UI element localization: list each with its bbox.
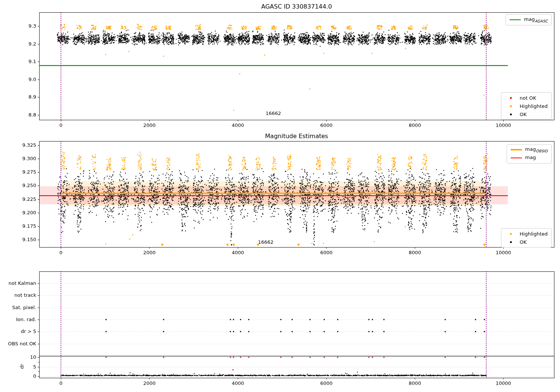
legend-mag-lines: magOBSID mag: [507, 144, 552, 164]
legend-entry-ok: OK: [505, 111, 548, 118]
x-tick-label: 10000: [496, 250, 511, 255]
legend-entry-mag-obsid: magOBSID: [511, 146, 548, 153]
legend-mag-agasc: magAGASC: [505, 14, 552, 25]
y-tick-label: Ion. rad.: [0, 317, 36, 322]
mag-obsid-line-sample: [511, 149, 522, 150]
y-tick-label: 9.225: [0, 196, 36, 202]
legend-entry-mag-agasc: magAGASC: [510, 16, 548, 23]
legend-label-mag-agasc: magAGASC: [524, 16, 548, 23]
x-tick-label: 0: [59, 250, 62, 255]
y-tick-label: 5: [0, 364, 36, 370]
y-tick-label: not Kalman: [0, 280, 36, 286]
legend-entry-not-ok: not OK: [505, 94, 548, 101]
y-tick-label: 9.275: [0, 169, 36, 175]
legend-label-ok-mid: OK: [520, 239, 527, 245]
legend-label-mag: mag: [525, 155, 536, 161]
legend-label-highlighted-mid: Highlighted: [520, 231, 548, 237]
x-tick-label: 4000: [232, 380, 244, 386]
legend-entry-ok-mid: OK: [505, 239, 548, 245]
obsid-annotation-top: 16662: [265, 111, 281, 116]
y-tick-label: 10: [0, 354, 36, 360]
y-tick-label: Sat. pixel.: [0, 305, 36, 310]
y-tick-label: 9.1: [0, 59, 36, 64]
legend-label-ok: OK: [520, 112, 527, 117]
x-tick-label: 6000: [320, 250, 333, 255]
x-tick-label: 0: [59, 122, 62, 128]
x-tick-label: 0: [59, 380, 62, 386]
y-tick-label: 8.9: [0, 94, 36, 100]
legend-label-not-ok: not OK: [520, 95, 536, 101]
y-tick-label: 9.2: [0, 41, 36, 47]
legend-entry-highlighted: Highlighted: [505, 103, 548, 109]
ok-dot-sample-mid: [510, 241, 512, 243]
x-tick-label: 6000: [320, 122, 333, 128]
y-tick-label: 0: [0, 373, 36, 379]
y-tick-label: 9.300: [0, 156, 36, 161]
x-tick-label: 2000: [143, 122, 156, 128]
ok-dot-sample: [510, 113, 512, 115]
y-tick-label: 9.250: [0, 183, 36, 188]
x-tick-label: 6000: [320, 380, 333, 386]
highlighted-dot-sample-mid: [510, 233, 512, 235]
x-tick-label: 8000: [409, 380, 421, 386]
x-tick-label: 2000: [143, 250, 156, 255]
x-tick-label: 10000: [496, 380, 511, 386]
x-tick-label: 8000: [409, 122, 421, 128]
y-tick-label: 9.200: [0, 210, 36, 215]
x-tick-label: 2000: [143, 380, 156, 386]
mag-agasc-line-sample: [510, 19, 521, 20]
legend-entry-highlighted-mid: Highlighted: [505, 230, 548, 237]
legend-label-highlighted: Highlighted: [520, 103, 548, 109]
y-tick-label: 9.3: [0, 23, 36, 29]
y-tick-label: 9.325: [0, 142, 36, 148]
y-tick-label: 8.8: [0, 112, 36, 118]
obsid-annotation-middle: 16662: [258, 239, 273, 245]
x-tick-label: 8000: [409, 250, 421, 255]
legend-label-mag-obsid: magOBSID: [525, 146, 548, 153]
legend-point-types-middle: Highlighted OK: [501, 228, 552, 248]
x-tick-label: 10000: [496, 122, 511, 128]
mag-line-sample: [511, 158, 522, 158]
y-tick-label: 9.0: [0, 77, 36, 82]
figure: AGASC ID 330837144.0 Magnitude Estimates…: [0, 0, 560, 392]
top-plot-title: AGASC ID 330837144.0: [39, 3, 554, 10]
y-tick-label: OBS not OK: [0, 341, 36, 346]
chart-canvas: [0, 0, 560, 392]
y-tick-label: 9.150: [0, 237, 36, 242]
x-tick-label: 4000: [232, 122, 244, 128]
legend-entry-mag: mag: [511, 155, 548, 161]
highlighted-dot-sample: [510, 105, 512, 107]
y-tick-label: not track: [0, 292, 36, 298]
middle-plot-title: Magnitude Estimates: [39, 133, 554, 140]
legend-point-types-top: not OK Highlighted OK: [501, 92, 552, 120]
x-tick-label: 4000: [232, 250, 244, 255]
y-tick-label: 9.175: [0, 223, 36, 229]
not-ok-dot-sample: [510, 97, 512, 99]
y-tick-label: dr > 5: [0, 329, 36, 334]
